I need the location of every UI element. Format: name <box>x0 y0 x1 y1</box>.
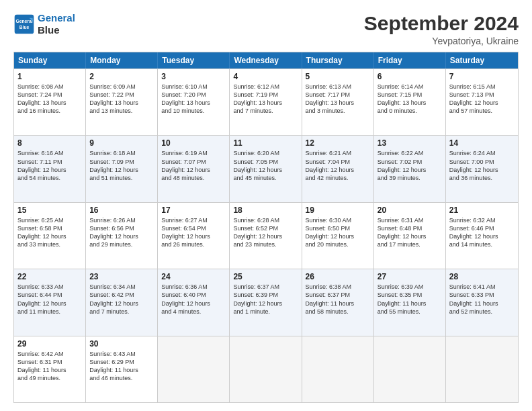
month-year: September 2024 <box>364 12 519 34</box>
header-day-friday: Friday <box>374 52 446 68</box>
cal-cell-16: 16Sunrise: 6:26 AMSunset: 6:56 PMDayligh… <box>86 203 158 269</box>
cal-cell-14: 14Sunrise: 6:24 AMSunset: 7:00 PMDayligh… <box>446 136 518 201</box>
cal-cell-8: 8Sunrise: 6:16 AMSunset: 7:11 PMDaylight… <box>14 136 86 201</box>
cal-cell-15: 15Sunrise: 6:25 AMSunset: 6:58 PMDayligh… <box>14 203 86 269</box>
calendar-header: SundayMondayTuesdayWednesdayThursdayFrid… <box>14 52 518 68</box>
logo: General Blue GeneralBlue <box>13 12 75 36</box>
location: Yevpatoriya, Ukraine <box>364 36 519 46</box>
logo-text: GeneralBlue <box>38 12 75 36</box>
cal-cell-10: 10Sunrise: 6:19 AMSunset: 7:07 PMDayligh… <box>158 136 230 201</box>
svg-text:General: General <box>15 19 32 24</box>
cal-week-1: 8Sunrise: 6:16 AMSunset: 7:11 PMDaylight… <box>14 135 518 201</box>
cal-cell-11: 11Sunrise: 6:20 AMSunset: 7:05 PMDayligh… <box>230 136 302 201</box>
title-block: September 2024 Yevpatoriya, Ukraine <box>364 12 519 46</box>
header-day-wednesday: Wednesday <box>230 52 302 68</box>
cal-cell-empty-w4c5 <box>374 336 446 402</box>
page: General Blue GeneralBlue September 2024 … <box>0 0 532 411</box>
logo-icon: General Blue <box>13 13 35 35</box>
cal-cell-18: 18Sunrise: 6:28 AMSunset: 6:52 PMDayligh… <box>230 203 302 269</box>
cal-cell-7: 7Sunrise: 6:15 AMSunset: 7:13 PMDaylight… <box>446 69 518 135</box>
cal-cell-empty-w4c6 <box>446 336 518 402</box>
cal-cell-20: 20Sunrise: 6:31 AMSunset: 6:48 PMDayligh… <box>374 203 446 269</box>
cal-cell-28: 28Sunrise: 6:41 AMSunset: 6:33 PMDayligh… <box>446 269 518 335</box>
cal-cell-13: 13Sunrise: 6:22 AMSunset: 7:02 PMDayligh… <box>374 136 446 201</box>
cal-cell-12: 12Sunrise: 6:21 AMSunset: 7:04 PMDayligh… <box>302 136 374 201</box>
cal-cell-17: 17Sunrise: 6:27 AMSunset: 6:54 PMDayligh… <box>158 203 230 269</box>
cal-cell-24: 24Sunrise: 6:36 AMSunset: 6:40 PMDayligh… <box>158 269 230 335</box>
header-day-tuesday: Tuesday <box>158 52 230 68</box>
cal-cell-1: 1Sunrise: 6:08 AMSunset: 7:24 PMDaylight… <box>14 69 86 135</box>
cal-cell-empty-w4c3 <box>230 336 302 402</box>
header: General Blue GeneralBlue September 2024 … <box>13 12 519 46</box>
cal-week-3: 22Sunrise: 6:33 AMSunset: 6:44 PMDayligh… <box>14 269 518 335</box>
header-day-monday: Monday <box>86 52 158 68</box>
calendar: SundayMondayTuesdayWednesdayThursdayFrid… <box>13 52 519 403</box>
header-day-sunday: Sunday <box>14 52 86 68</box>
cal-cell-26: 26Sunrise: 6:38 AMSunset: 6:37 PMDayligh… <box>302 269 374 335</box>
cal-cell-21: 21Sunrise: 6:32 AMSunset: 6:46 PMDayligh… <box>446 203 518 269</box>
cal-cell-empty-w4c4 <box>302 336 374 402</box>
cal-cell-22: 22Sunrise: 6:33 AMSunset: 6:44 PMDayligh… <box>14 269 86 335</box>
cal-cell-5: 5Sunrise: 6:13 AMSunset: 7:17 PMDaylight… <box>302 69 374 135</box>
cal-cell-30: 30Sunrise: 6:43 AMSunset: 6:29 PMDayligh… <box>86 336 158 402</box>
cal-cell-empty-w4c2 <box>158 336 230 402</box>
cal-week-4: 29Sunrise: 6:42 AMSunset: 6:31 PMDayligh… <box>14 336 518 402</box>
header-day-saturday: Saturday <box>446 52 518 68</box>
cal-cell-6: 6Sunrise: 6:14 AMSunset: 7:15 PMDaylight… <box>374 69 446 135</box>
cal-cell-29: 29Sunrise: 6:42 AMSunset: 6:31 PMDayligh… <box>14 336 86 402</box>
cal-cell-27: 27Sunrise: 6:39 AMSunset: 6:35 PMDayligh… <box>374 269 446 335</box>
cal-cell-25: 25Sunrise: 6:37 AMSunset: 6:39 PMDayligh… <box>230 269 302 335</box>
cal-cell-2: 2Sunrise: 6:09 AMSunset: 7:22 PMDaylight… <box>86 69 158 135</box>
cal-week-2: 15Sunrise: 6:25 AMSunset: 6:58 PMDayligh… <box>14 202 518 269</box>
cal-cell-4: 4Sunrise: 6:12 AMSunset: 7:19 PMDaylight… <box>230 69 302 135</box>
cal-cell-9: 9Sunrise: 6:18 AMSunset: 7:09 PMDaylight… <box>86 136 158 201</box>
cal-cell-19: 19Sunrise: 6:30 AMSunset: 6:50 PMDayligh… <box>302 203 374 269</box>
cal-week-0: 1Sunrise: 6:08 AMSunset: 7:24 PMDaylight… <box>14 68 518 135</box>
header-day-thursday: Thursday <box>302 52 374 68</box>
cal-cell-3: 3Sunrise: 6:10 AMSunset: 7:20 PMDaylight… <box>158 69 230 135</box>
calendar-body: 1Sunrise: 6:08 AMSunset: 7:24 PMDaylight… <box>14 68 518 402</box>
cal-cell-23: 23Sunrise: 6:34 AMSunset: 6:42 PMDayligh… <box>86 269 158 335</box>
svg-text:Blue: Blue <box>19 25 30 30</box>
